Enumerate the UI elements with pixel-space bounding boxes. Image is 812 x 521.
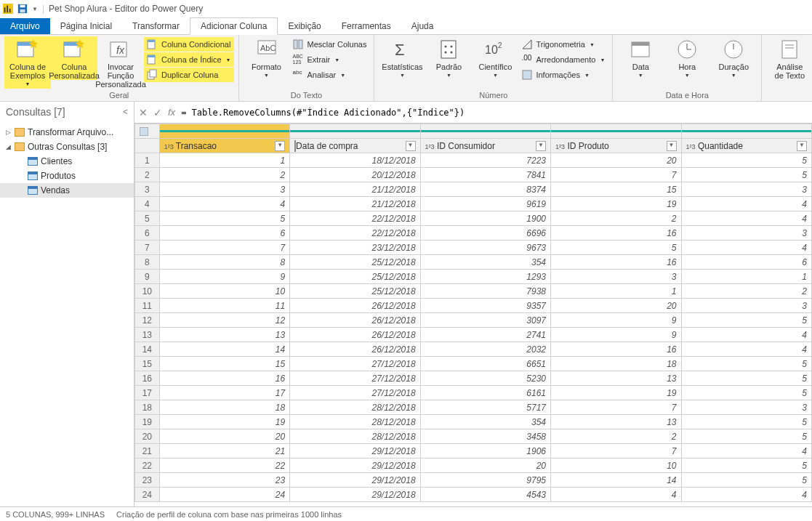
duplicate-column-button[interactable]: Duplicar Coluna <box>144 68 234 82</box>
cell[interactable]: 5 <box>681 459 811 473</box>
table-row[interactable]: 242429/12/2018454344 <box>135 488 812 502</box>
cell[interactable]: 27/12/2018 <box>290 371 420 386</box>
extract-button[interactable]: ABC123Extrair▼ <box>290 52 370 67</box>
grid-scroll[interactable]: 1²3 Transacao▼ Data de compra▼ 1²3 ID Co… <box>134 124 812 506</box>
cell[interactable]: 5 <box>681 386 811 400</box>
row-number[interactable]: 17 <box>135 386 160 400</box>
time-button[interactable]: Hora▼ <box>664 36 710 80</box>
table-row[interactable]: 161627/12/20185230135 <box>135 371 812 386</box>
folder-transform[interactable]: ▷Transformar Arquivo... <box>0 125 134 140</box>
cell[interactable]: 13 <box>159 328 289 342</box>
cell[interactable]: 19 <box>551 386 681 400</box>
table-row[interactable]: 111126/12/20189357203 <box>135 299 812 313</box>
cell[interactable]: 21/12/2018 <box>290 197 420 211</box>
table-row[interactable]: 171727/12/20186161195 <box>135 386 812 400</box>
col-id-consumidor[interactable]: 1²3 ID Consumidor▼ <box>420 139 550 153</box>
cell[interactable]: 6 <box>159 226 289 241</box>
row-number[interactable]: 8 <box>135 255 160 270</box>
cell[interactable]: 16 <box>551 226 681 241</box>
cell[interactable]: 6161 <box>420 386 550 400</box>
conditional-column-button[interactable]: Coluna Condicional <box>144 37 234 52</box>
row-number[interactable]: 9 <box>135 270 160 284</box>
table-row[interactable]: 9925/12/2018129331 <box>135 270 812 284</box>
cell[interactable]: 16 <box>551 255 681 270</box>
cell[interactable]: 24 <box>159 488 289 502</box>
cell[interactable]: 29/12/2018 <box>290 459 420 473</box>
cell[interactable]: 15 <box>551 182 681 197</box>
rounding-button[interactable]: .00Arredondamento▼ <box>518 52 608 67</box>
cell[interactable]: 4 <box>681 488 811 502</box>
cell[interactable]: 27/12/2018 <box>290 386 420 400</box>
row-number[interactable]: 14 <box>135 342 160 357</box>
tab-home[interactable]: Página Inicial <box>50 18 122 34</box>
cell[interactable]: 13 <box>551 415 681 429</box>
cell[interactable]: 14 <box>159 342 289 357</box>
cell[interactable]: 1 <box>551 284 681 299</box>
cell[interactable]: 25/12/2018 <box>290 255 420 270</box>
cell[interactable]: 10 <box>159 284 289 299</box>
cell[interactable]: 3 <box>681 400 811 415</box>
cell[interactable]: 4 <box>551 488 681 502</box>
cell[interactable]: 9795 <box>420 473 550 488</box>
text-analytics-button[interactable]: Análise de Texto <box>766 36 812 80</box>
cell[interactable]: 6651 <box>420 357 550 371</box>
cell[interactable]: 5 <box>681 313 811 328</box>
cell[interactable]: 7 <box>551 444 681 459</box>
cell[interactable]: 18 <box>551 357 681 371</box>
row-number[interactable]: 22 <box>135 459 160 473</box>
cell[interactable]: 9619 <box>420 197 550 211</box>
custom-column-button[interactable]: Coluna Personalizada <box>51 36 97 80</box>
cell[interactable]: 26/12/2018 <box>290 342 420 357</box>
info-button[interactable]: Informações▼ <box>518 68 608 82</box>
row-number[interactable]: 20 <box>135 429 160 444</box>
cell[interactable]: 26/12/2018 <box>290 299 420 313</box>
cell[interactable]: 1 <box>681 270 811 284</box>
cell[interactable]: 18 <box>159 400 289 415</box>
tab-view[interactable]: Exibição <box>278 18 331 34</box>
invoke-function-button[interactable]: fx Invocar Função Personalizada <box>97 36 144 89</box>
confirm-icon[interactable]: ✓ <box>153 107 162 118</box>
row-number[interactable]: 2 <box>135 168 160 182</box>
cell[interactable]: 4 <box>681 444 811 459</box>
cell[interactable]: 5230 <box>420 371 550 386</box>
cell[interactable]: 7938 <box>420 284 550 299</box>
table-row[interactable]: 202028/12/2018345825 <box>135 429 812 444</box>
cell[interactable]: 8 <box>159 255 289 270</box>
cell[interactable]: 5 <box>681 473 811 488</box>
table-row[interactable]: 7723/12/2018967354 <box>135 241 812 255</box>
tab-transform[interactable]: Transformar <box>122 18 190 34</box>
trig-button[interactable]: Trigonometria▼ <box>518 37 608 52</box>
formula-input[interactable] <box>181 108 808 118</box>
table-row[interactable]: 1118/12/20187223205 <box>135 153 812 168</box>
cell[interactable]: 7841 <box>420 168 550 182</box>
table-row[interactable]: 131326/12/2018274194 <box>135 328 812 342</box>
cell[interactable]: 4 <box>681 241 811 255</box>
cell[interactable]: 25/12/2018 <box>290 270 420 284</box>
cell[interactable]: 20 <box>551 153 681 168</box>
cell[interactable]: 22/12/2018 <box>290 211 420 226</box>
cell[interactable]: 22/12/2018 <box>290 226 420 241</box>
table-row[interactable]: 151527/12/20186651185 <box>135 357 812 371</box>
row-number[interactable]: 1 <box>135 153 160 168</box>
cell[interactable]: 3097 <box>420 313 550 328</box>
table-row[interactable]: 181828/12/2018571773 <box>135 400 812 415</box>
cell[interactable]: 2 <box>681 284 811 299</box>
row-number[interactable]: 21 <box>135 444 160 459</box>
row-number[interactable]: 7 <box>135 241 160 255</box>
cell[interactable]: 7 <box>551 400 681 415</box>
table-row[interactable]: 6622/12/20186696163 <box>135 226 812 241</box>
cell[interactable]: 13 <box>551 371 681 386</box>
row-number[interactable]: 19 <box>135 415 160 429</box>
cell[interactable]: 21/12/2018 <box>290 182 420 197</box>
cell[interactable]: 15 <box>159 357 289 371</box>
cell[interactable]: 5 <box>159 211 289 226</box>
cell[interactable]: 3 <box>681 226 811 241</box>
cell[interactable]: 12 <box>159 313 289 328</box>
cell[interactable]: 28/12/2018 <box>290 429 420 444</box>
cell[interactable]: 20 <box>159 429 289 444</box>
statistics-button[interactable]: ΣEstatísticas▼ <box>379 36 425 80</box>
cell[interactable]: 6 <box>681 255 811 270</box>
cell[interactable]: 5 <box>681 153 811 168</box>
table-row[interactable]: 101025/12/2018793812 <box>135 284 812 299</box>
parse-button[interactable]: abcAnalisar▼ <box>290 68 370 82</box>
